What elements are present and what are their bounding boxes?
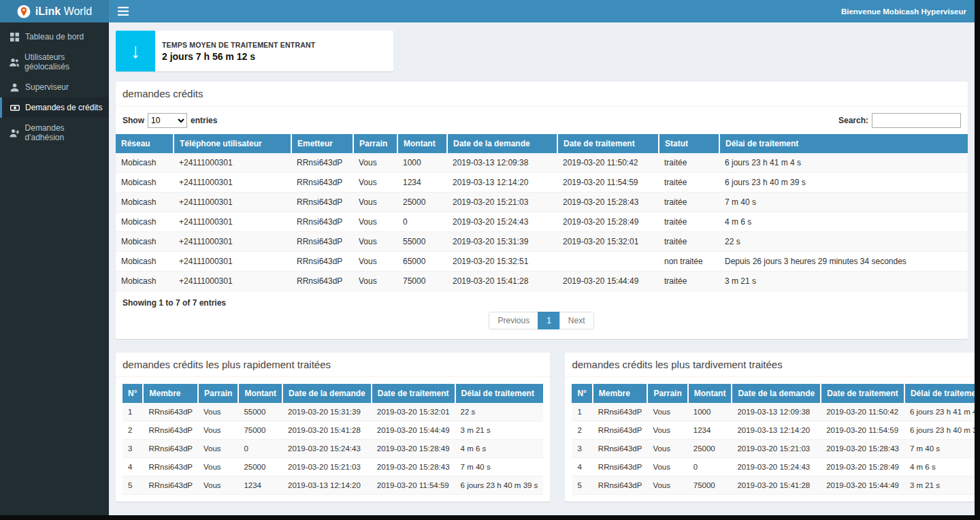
sidebar-item-utilisateurs-geolocalises[interactable]: Utilisateurs géolocalisés xyxy=(0,47,109,77)
table-cell: 2019-03-20 15:28:43 xyxy=(557,193,659,212)
table-cell: RRnsi643dP xyxy=(291,232,353,252)
table-cell: 75000 xyxy=(688,476,732,495)
table-cell: Vous xyxy=(198,458,238,476)
search-input[interactable] xyxy=(872,113,961,128)
table-cell: 6 jours 23 h 41 m 4 s xyxy=(904,403,975,421)
table-cell: +24111000301 xyxy=(174,173,291,193)
previous-page-button[interactable]: Previous xyxy=(489,312,538,329)
column-header: Parrain xyxy=(647,384,687,403)
dashboard-icon xyxy=(10,33,20,42)
column-header[interactable]: Montant xyxy=(397,134,447,153)
table-cell: Vous xyxy=(353,153,397,173)
table-cell: 65000 xyxy=(397,252,447,272)
slowest-requests-table: N°MembreParrainMontantDate de la demande… xyxy=(572,384,975,495)
table-cell: 2019-03-20 15:31:39 xyxy=(282,403,372,421)
globe-pin-icon xyxy=(17,5,31,18)
table-cell: 2 xyxy=(122,421,143,440)
table-cell: 2019-03-20 15:32:01 xyxy=(372,403,455,421)
table-cell: 6 jours 23 h 40 m 39 s xyxy=(455,476,544,495)
fastest-requests-panel: demandes crédits les plus rapidement tra… xyxy=(116,353,550,502)
table-cell: 2019-03-20 11:54:59 xyxy=(557,173,659,193)
table-cell: 2019-03-20 15:28:43 xyxy=(372,458,455,476)
table-cell: RRnsi643dP xyxy=(291,173,353,193)
panel-title: demandes crédits xyxy=(116,82,968,106)
table-cell: 7 m 40 s xyxy=(719,193,968,212)
table-row: Mobicash+24111000301RRnsi643dPVous250002… xyxy=(116,193,968,212)
table-cell: 2019-03-13 12:14:20 xyxy=(732,421,821,440)
table-cell xyxy=(557,252,659,272)
show-label: Show xyxy=(122,116,144,125)
table-row: Mobicash+24111000301RRnsi643dPVous123420… xyxy=(116,173,968,193)
table-cell: 2019-03-20 15:21:03 xyxy=(282,458,372,476)
column-header: Montant xyxy=(238,384,282,403)
sidebar-item-demandes-adhesion[interactable]: Demandes d'adhésion xyxy=(0,118,109,148)
panel-title: demandes crédits les plus rapidement tra… xyxy=(116,353,550,377)
page-length-select[interactable]: 10 xyxy=(148,113,187,128)
table-row: 4RRnsi643dPVous02019-03-20 15:24:432019-… xyxy=(572,458,975,476)
users-icon xyxy=(10,58,19,67)
column-header[interactable]: Réseau xyxy=(116,134,174,153)
table-cell: 25000 xyxy=(238,458,282,476)
table-cell: 1234 xyxy=(397,173,447,193)
table-cell: +24111000301 xyxy=(174,193,291,212)
table-row: 2RRnsi643dPVous750002019-03-20 15:41:282… xyxy=(122,421,543,440)
table-cell: 2019-03-13 12:09:38 xyxy=(732,403,821,421)
sidebar-item-tableau-de-bord[interactable]: Tableau de bord xyxy=(0,27,109,47)
column-header: Parrain xyxy=(198,384,238,403)
banknote-icon xyxy=(10,103,20,112)
table-cell: +24111000301 xyxy=(174,252,291,272)
table-cell: 3 m 21 s xyxy=(719,272,968,291)
table-cell: Vous xyxy=(647,403,687,421)
credit-requests-panel: demandes crédits Show 10 entries Search: xyxy=(116,82,968,339)
table-cell: Mobicash xyxy=(116,252,174,272)
table-cell: 2019-03-20 15:32:51 xyxy=(447,252,557,272)
table-cell: RRnsi643dP xyxy=(143,421,198,440)
brand-logo[interactable]: iLink World xyxy=(0,0,109,22)
sidebar-item-label: Superviseur xyxy=(25,82,69,92)
table-cell: Mobicash xyxy=(116,193,174,212)
table-cell: 2019-03-20 15:28:49 xyxy=(557,212,659,232)
table-cell: 0 xyxy=(397,212,447,232)
next-page-button[interactable]: Next xyxy=(559,312,594,329)
table-cell: 2019-03-13 12:09:38 xyxy=(447,153,557,173)
column-header: N° xyxy=(572,384,592,403)
table-cell: 6 jours 23 h 41 m 4 s xyxy=(719,153,968,173)
column-header[interactable]: Parrain xyxy=(353,134,397,153)
sidebar-toggle-button[interactable] xyxy=(109,0,137,22)
column-header[interactable]: Date de traitement xyxy=(557,134,659,153)
table-row: Mobicash+24111000301RRnsi643dPVous750002… xyxy=(116,272,968,291)
table-header-row: N°MembreParrainMontantDate de la demande… xyxy=(572,384,975,403)
table-cell: 2019-03-20 15:41:28 xyxy=(447,272,557,291)
table-cell: RRnsi643dP xyxy=(143,476,198,495)
sidebar-item-superviseur[interactable]: Superviseur xyxy=(0,77,109,97)
table-cell: RRnsi643dP xyxy=(143,440,198,458)
table-cell: 0 xyxy=(688,458,732,476)
column-header[interactable]: Emetteur xyxy=(291,134,353,153)
table-cell: Mobicash xyxy=(116,232,174,252)
table-cell: 25000 xyxy=(397,193,447,212)
table-cell: 2019-03-20 15:24:43 xyxy=(282,440,372,458)
table-cell: RRnsi643dP xyxy=(291,193,353,212)
column-header[interactable]: Statut xyxy=(659,134,719,153)
page-1-button[interactable]: 1 xyxy=(538,312,560,329)
table-cell: Vous xyxy=(198,440,238,458)
sidebar-item-demandes-de-credits[interactable]: Demandes de crédits xyxy=(0,97,109,118)
table-cell: RRnsi643dP xyxy=(593,476,648,495)
table-cell: 3 m 21 s xyxy=(904,476,975,495)
table-cell: 2019-03-20 15:28:49 xyxy=(821,458,904,476)
table-cell: 2019-03-20 11:54:59 xyxy=(821,421,904,440)
table-cell: 2019-03-20 15:41:28 xyxy=(282,421,372,440)
sidebar-item-label: Demandes de crédits xyxy=(25,103,102,112)
entries-label: entries xyxy=(191,116,217,125)
column-header[interactable]: Date de la demande xyxy=(447,134,557,153)
table-cell: Vous xyxy=(353,272,397,291)
table-cell: RRnsi643dP xyxy=(291,252,353,272)
column-header[interactable]: Délai de traitement xyxy=(719,134,968,153)
table-cell: RRnsi643dP xyxy=(593,458,648,476)
table-cell: RRnsi643dP xyxy=(593,421,648,440)
table-cell: 7 m 40 s xyxy=(455,458,544,476)
user-menu[interactable]: Bienvenue Mobicash Hyperviseur xyxy=(833,7,975,16)
table-cell: 4 xyxy=(572,458,592,476)
table-cell: RRnsi643dP xyxy=(291,153,353,173)
column-header[interactable]: Téléphone utilisateur xyxy=(174,134,291,153)
